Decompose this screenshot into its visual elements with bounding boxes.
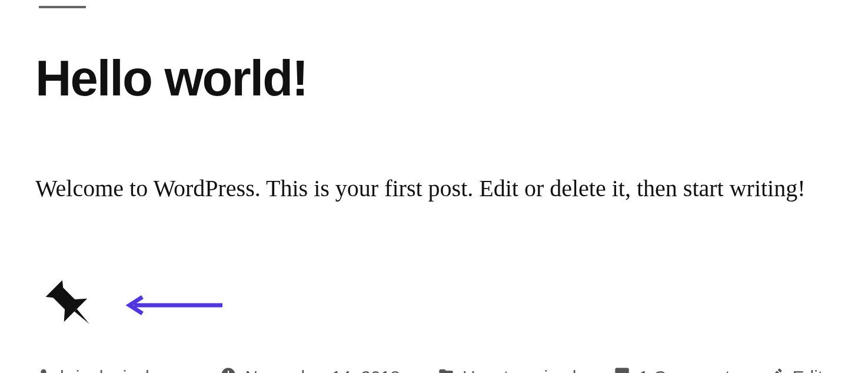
person-icon [35,367,52,373]
folder-icon [438,367,454,373]
clock-icon [220,367,237,373]
comments-count: 1 Comment [638,367,730,374]
category-name: Uncategorized [463,367,576,374]
post-body: Welcome to WordPress. This is your first… [35,172,833,205]
comment-icon [614,367,630,373]
author-name: brianleejackson [60,367,182,374]
sticky-indicator-row [41,276,833,337]
title-divider [39,6,86,8]
post-title[interactable]: Hello world! [35,49,833,107]
post-meta: brianleejackson November 14, 2018 Uncate… [35,367,833,373]
edit-link[interactable]: Edit [767,367,823,373]
post-date: November 14, 2018 [245,367,400,374]
pencil-icon [767,367,784,373]
comments-link[interactable]: 1 Comment [614,367,730,373]
category-link[interactable]: Uncategorized [438,367,576,373]
edit-label: Edit [792,367,823,374]
author-link[interactable]: brianleejackson [35,367,182,373]
date-link[interactable]: November 14, 2018 [220,367,400,373]
arrow-annotation [124,293,224,319]
pin-icon [41,276,100,337]
